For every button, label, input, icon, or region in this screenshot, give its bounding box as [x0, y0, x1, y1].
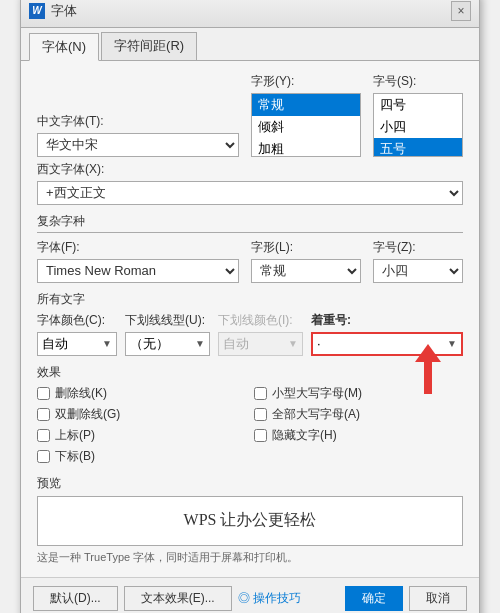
- chinese-font-label: 中文字体(T):: [37, 113, 239, 130]
- all-text-row: 字体颜色(C): 自动 ▼ 下划线线型(U): （无） ▼ 下划线颜: [37, 312, 463, 356]
- dialog-content: 中文字体(T): 华文中宋 字形(Y): 常规 倾斜 加粗: [21, 61, 479, 577]
- svg-rect-1: [424, 362, 432, 394]
- size-5[interactable]: 五号: [374, 138, 462, 157]
- underline-color-select: 自动 ▼: [218, 332, 303, 356]
- font-color-label: 字体颜色(C):: [37, 312, 117, 329]
- chinese-font-col: 中文字体(T): 华文中宋: [37, 113, 239, 157]
- superscript-item: 上标(P): [37, 427, 246, 444]
- complex-style-select[interactable]: 常规: [251, 259, 361, 283]
- strikethrough-label: 删除线(K): [55, 385, 107, 402]
- double-strikethrough-item: 双删除线(G): [37, 406, 246, 423]
- western-font-select[interactable]: +西文正文: [37, 181, 463, 205]
- all-text-title: 所有文字: [37, 291, 463, 308]
- all-text-section: 所有文字 字体颜色(C): 自动 ▼ 下划线线型(U): （无） ▼: [37, 291, 463, 356]
- ok-button[interactable]: 确定: [345, 586, 403, 611]
- title-bar: W 字体 ×: [21, 0, 479, 28]
- strikethrough-item: 删除线(K): [37, 385, 246, 402]
- font-color-arrow: ▼: [102, 338, 112, 349]
- font-size-top-label: 字号(S):: [373, 73, 463, 90]
- effects-title: 效果: [37, 364, 463, 381]
- cancel-button[interactable]: 取消: [409, 586, 467, 611]
- close-button[interactable]: ×: [451, 1, 471, 21]
- preview-text: WPS 让办公更轻松: [184, 510, 317, 531]
- chinese-font-select[interactable]: 华文中宋: [37, 133, 239, 157]
- western-font-row: 西文字体(X): +西文正文: [37, 161, 463, 205]
- zhuzhong-label: 着重号:: [311, 312, 463, 329]
- preview-section: 预览 WPS 让办公更轻松 这是一种 TrueType 字体，同时适用于屏幕和打…: [37, 475, 463, 565]
- underline-color-arrow: ▼: [288, 338, 298, 349]
- small-caps-label: 小型大写字母(M): [272, 385, 362, 402]
- bottom-right: 确定 取消: [345, 586, 467, 611]
- complex-size-label: 字号(Z):: [373, 239, 463, 256]
- style-italic[interactable]: 倾斜: [252, 116, 360, 138]
- underline-color-label: 下划线颜色(I):: [218, 312, 303, 329]
- subscript-label: 下标(B): [55, 448, 95, 465]
- double-strikethrough-checkbox[interactable]: [37, 408, 50, 421]
- western-font-label: 西文字体(X):: [37, 161, 463, 178]
- complex-style-col: 字形(L): 常规: [251, 239, 361, 283]
- default-button[interactable]: 默认(D)...: [33, 586, 118, 611]
- font-style-top-label: 字形(Y):: [251, 73, 361, 90]
- complex-font-select[interactable]: Times New Roman: [37, 259, 239, 283]
- all-caps-label: 全部大写字母(A): [272, 406, 360, 423]
- bottom-left: 默认(D)... 文本效果(E)... ◎ 操作技巧: [33, 586, 301, 611]
- underline-color-value: 自动: [223, 335, 288, 353]
- app-icon: W: [29, 3, 45, 19]
- tab-bar: 字体(N) 字符间距(R): [21, 28, 479, 61]
- complex-section-header: 复杂字种: [37, 213, 463, 233]
- tab-spacing[interactable]: 字符间距(R): [101, 32, 197, 60]
- tab-font[interactable]: 字体(N): [29, 33, 99, 61]
- superscript-checkbox[interactable]: [37, 429, 50, 442]
- complex-font-label: 字体(F):: [37, 239, 239, 256]
- effects-grid: 删除线(K) 小型大写字母(M) 双删除线(G) 全部大写字母(A) 上标(P): [37, 385, 463, 465]
- hidden-item: 隐藏文字(H): [254, 427, 463, 444]
- superscript-label: 上标(P): [55, 427, 95, 444]
- complex-font-col: 字体(F): Times New Roman: [37, 239, 239, 283]
- effects-section: 效果 删除线(K) 小型大写字母(M) 双删除线(G) 全部大写字母(A): [37, 364, 463, 465]
- font-dialog: W 字体 × 字体(N) 字符间距(R) 中文字体(T): 华文中宋 字形(Y)…: [20, 0, 480, 613]
- subscript-item: 下标(B): [37, 448, 246, 465]
- complex-font-row: 字体(F): Times New Roman 字形(L): 常规 字号(Z): …: [37, 239, 463, 283]
- complex-size-col: 字号(Z): 小四: [373, 239, 463, 283]
- complex-size-select[interactable]: 小四: [373, 259, 463, 283]
- font-color-col: 字体颜色(C): 自动 ▼: [37, 312, 117, 356]
- top-font-row: 中文字体(T): 华文中宋 字形(Y): 常规 倾斜 加粗: [37, 73, 463, 157]
- hidden-checkbox[interactable]: [254, 429, 267, 442]
- style-regular[interactable]: 常规: [252, 94, 360, 116]
- font-style-listbox[interactable]: 常规 倾斜 加粗: [251, 93, 361, 157]
- complex-style-label: 字形(L):: [251, 239, 361, 256]
- svg-marker-0: [415, 344, 441, 362]
- bottom-bar: 默认(D)... 文本效果(E)... ◎ 操作技巧 确定 取消: [21, 577, 479, 614]
- dialog-title: 字体: [51, 2, 77, 20]
- underline-type-label: 下划线线型(U):: [125, 312, 210, 329]
- small-caps-checkbox[interactable]: [254, 387, 267, 400]
- preview-title: 预览: [37, 475, 463, 492]
- all-caps-item: 全部大写字母(A): [254, 406, 463, 423]
- all-caps-checkbox[interactable]: [254, 408, 267, 421]
- underline-type-select[interactable]: （无） ▼: [125, 332, 210, 356]
- size-4[interactable]: 四号: [374, 94, 462, 116]
- tips-link[interactable]: ◎ 操作技巧: [238, 590, 301, 607]
- underline-color-col: 下划线颜色(I): 自动 ▼: [218, 312, 303, 356]
- red-arrow-indicator: [413, 344, 443, 394]
- font-size-listbox[interactable]: 四号 小四 五号: [373, 93, 463, 157]
- preview-note: 这是一种 TrueType 字体，同时适用于屏幕和打印机。: [37, 550, 463, 565]
- preview-box: WPS 让办公更轻松: [37, 496, 463, 546]
- hidden-label: 隐藏文字(H): [272, 427, 337, 444]
- strikethrough-checkbox[interactable]: [37, 387, 50, 400]
- style-bold[interactable]: 加粗: [252, 138, 360, 157]
- underline-type-col: 下划线线型(U): （无） ▼: [125, 312, 210, 356]
- font-style-top-col: 字形(Y): 常规 倾斜 加粗: [251, 73, 361, 157]
- font-color-value: 自动: [42, 335, 102, 353]
- underline-type-arrow: ▼: [195, 338, 205, 349]
- zhuzhong-arrow: ▼: [447, 338, 457, 349]
- double-strikethrough-label: 双删除线(G): [55, 406, 120, 423]
- font-size-top-col: 字号(S): 四号 小四 五号: [373, 73, 463, 157]
- zhuzhong-col: 着重号: · ▼: [311, 312, 463, 356]
- text-effects-button[interactable]: 文本效果(E)...: [124, 586, 232, 611]
- size-xiaosi[interactable]: 小四: [374, 116, 462, 138]
- western-font-col: 西文字体(X): +西文正文: [37, 161, 463, 205]
- underline-type-value: （无）: [130, 335, 195, 353]
- subscript-checkbox[interactable]: [37, 450, 50, 463]
